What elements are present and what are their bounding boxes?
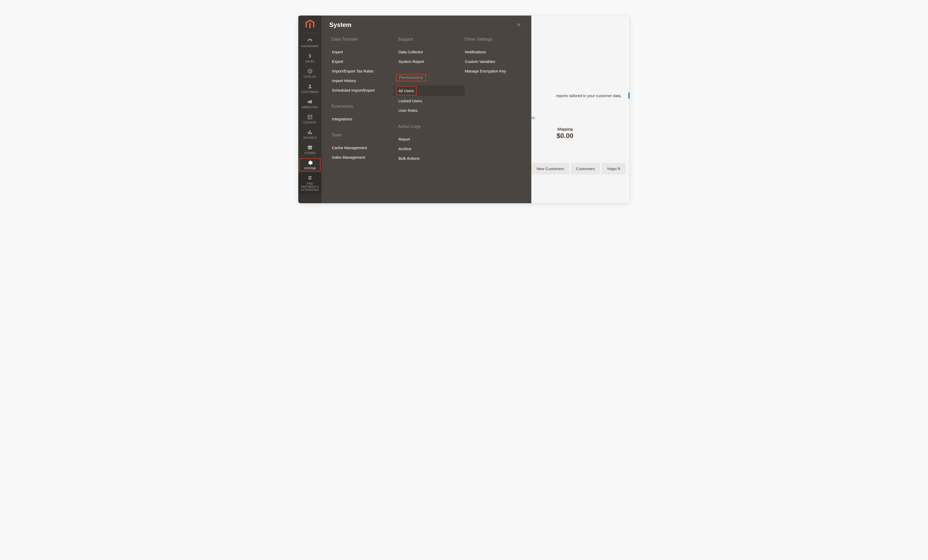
flyout-col: Other Settings Notifications Custom Vari… [462, 36, 526, 163]
flyout-group-extensions: Extensions Integrations [329, 103, 393, 124]
flyout-group-data-transfer: Data Transfer Import Export Import/Expor… [329, 36, 393, 95]
tab-new-customers[interactable]: New Customers [531, 163, 569, 174]
flyout-link-integrations[interactable]: Integrations [329, 114, 393, 124]
sidebar-item-label: MARKETING [302, 106, 318, 109]
flyout-title: System [329, 21, 351, 29]
sidebar-item-dashboard[interactable]: DASHBOARD [298, 35, 322, 50]
sidebar-item-content[interactable]: CONTENT [298, 111, 322, 127]
dashboard-tab-row: New Customers Customers Yotpo R [531, 163, 629, 174]
system-flyout-panel: System Data Transfer Import Export Impor… [322, 15, 531, 203]
flyout-link-index[interactable]: Index Management [329, 153, 393, 162]
flyout-group-heading: Tools [329, 131, 344, 139]
flyout-group-tools: Tools Cache Management Index Management [329, 131, 393, 162]
megaphone-icon [307, 99, 313, 105]
flyout-link-report[interactable]: Report [396, 134, 460, 144]
flyout-link-bulk-actions[interactable]: Bulk Actions [396, 154, 460, 163]
magento-logo-icon [305, 20, 314, 29]
close-icon [517, 23, 521, 27]
sidebar-item-system[interactable]: SYSTEM [298, 157, 322, 172]
tab-customers[interactable]: Customers [571, 163, 600, 174]
sidebar-item-marketing[interactable]: MARKETING [298, 96, 322, 111]
flyout-link-export[interactable]: Export [329, 57, 393, 66]
sidebar-item-catalog[interactable]: CATALOG [298, 66, 322, 81]
accent-bar [629, 92, 629, 99]
sidebar-item-sales[interactable]: SALES [298, 50, 322, 66]
app-window: DASHBOARD SALES CATALOG CUSTOMERS MARKET [298, 15, 630, 203]
flyout-link-all-users[interactable]: All Users [396, 86, 417, 96]
sidebar-item-label: CUSTOMERS [301, 91, 319, 94]
info-text-fragment: reports tailored to your customer data. [556, 93, 622, 98]
bar-chart-icon [307, 129, 313, 136]
flyout-group-heading: Permissions [396, 74, 426, 81]
flyout-link-cache[interactable]: Cache Management [329, 143, 393, 153]
brand-logo[interactable] [298, 17, 322, 33]
flyout-group-heading: Other Settings [462, 36, 495, 43]
flyout-link-encryption-key[interactable]: Manage Encryption Key [462, 66, 526, 76]
flyout-group-heading: Data Transfer [329, 36, 360, 43]
layout-icon [307, 114, 313, 120]
flyout-group-support: Support Data Collector System Report [396, 36, 460, 66]
person-icon [307, 83, 313, 90]
flyout-group-other-settings: Other Settings Notifications Custom Vari… [462, 36, 526, 76]
sidebar-item-reports[interactable]: REPORTS [298, 127, 322, 142]
flyout-link-notifications[interactable]: Notifications [462, 47, 526, 57]
dollar-icon [307, 53, 313, 59]
kpi-label: Shipping [543, 127, 587, 131]
sidebar-item-stores[interactable]: STORES [298, 142, 322, 157]
kpi-value: $0.00 [543, 132, 587, 140]
flyout-link-import-history[interactable]: Import History [329, 76, 393, 85]
flyout-group-action-logs: Action Logs Report Archive Bulk Actions [396, 123, 460, 163]
dashboard-link-fragment[interactable]: re. [531, 116, 536, 120]
sidebar-item-label: CONTENT [303, 121, 316, 124]
flyout-link-system-report[interactable]: System Report [396, 57, 460, 66]
dashboard-info-text: reports tailored to your customer data. [556, 93, 622, 98]
flyout-group-heading: Support [396, 36, 415, 43]
flyout-link-archive[interactable]: Archive [396, 144, 460, 154]
gauge-icon [307, 38, 313, 44]
flyout-link-scheduled[interactable]: Scheduled Import/Export [329, 85, 393, 95]
puzzle-boxes-icon [307, 175, 313, 181]
sidebar-item-label: SALES [305, 60, 314, 63]
kpi-shipping: Shipping $0.00 [543, 127, 587, 140]
flyout-link-import[interactable]: Import [329, 47, 393, 57]
sidebar-item-label: STORES [304, 152, 315, 155]
flyout-group-permissions: Permissions All Users Locked Users User … [396, 74, 460, 115]
admin-sidebar: DASHBOARD SALES CATALOG CUSTOMERS MARKET [298, 15, 322, 203]
flyout-group-heading: Action Logs [396, 123, 423, 130]
flyout-link-data-collector[interactable]: Data Collector [396, 47, 460, 57]
sidebar-item-partners[interactable]: FIND PARTNERS & EXTENSIONS [298, 172, 322, 194]
flyout-col: Support Data Collector System Report Per… [396, 36, 460, 163]
flyout-link-locked-users[interactable]: Locked Users [396, 96, 460, 105]
gear-icon [307, 160, 313, 166]
flyout-col: Data Transfer Import Export Import/Expor… [329, 36, 393, 163]
storefront-icon [307, 145, 313, 151]
flyout-group-heading: Extensions [329, 103, 355, 110]
sidebar-item-label: FIND PARTNERS & EXTENSIONS [298, 182, 322, 192]
close-flyout-button[interactable] [514, 20, 524, 29]
dashboard-page-fragment: reports tailored to your customer data. … [531, 15, 630, 203]
flyout-link-custom-variables[interactable]: Custom Variables [462, 57, 526, 66]
sidebar-item-label: REPORTS [304, 136, 317, 140]
sidebar-item-customers[interactable]: CUSTOMERS [298, 81, 322, 96]
flyout-link-user-roles[interactable]: User Roles [396, 105, 460, 115]
tab-yotpo[interactable]: Yotpo R [601, 163, 626, 174]
sidebar-item-label: DASHBOARD [301, 45, 319, 48]
flyout-link-tax-rates[interactable]: Import/Export Tax Rates [329, 66, 393, 76]
box-icon [307, 68, 313, 74]
flyout-columns: Data Transfer Import Export Import/Expor… [322, 29, 531, 163]
sidebar-item-label: SYSTEM [304, 167, 316, 170]
sidebar-item-label: CATALOG [304, 75, 316, 78]
